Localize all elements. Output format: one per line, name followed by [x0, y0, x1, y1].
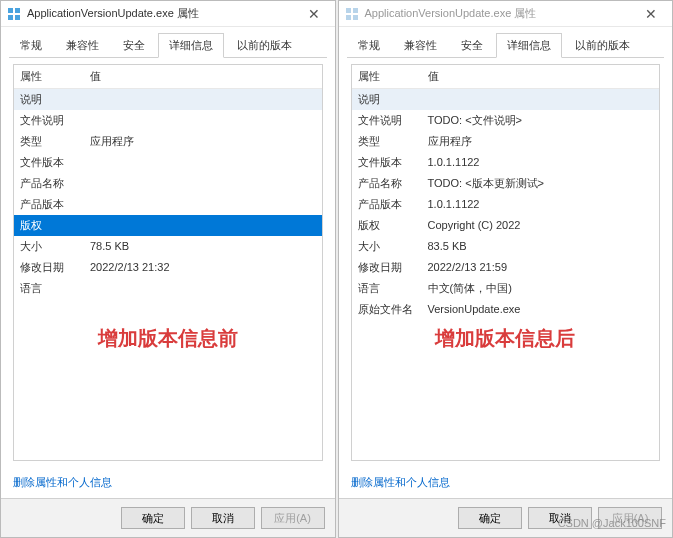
list-item[interactable]: 说明 — [14, 89, 322, 110]
property-value — [90, 154, 316, 171]
properties-list: 属性 值 说明文件说明类型应用程序文件版本产品名称产品版本版权大小78.5 KB… — [13, 64, 323, 461]
svg-rect-2 — [8, 15, 13, 20]
property-name: 产品版本 — [358, 196, 428, 213]
property-value — [428, 91, 654, 108]
list-item[interactable]: 文件版本 — [14, 152, 322, 173]
app-icon — [7, 7, 21, 21]
properties-dialog-left: ApplicationVersionUpdate.exe 属性 ✕ 常规 兼容性… — [0, 0, 336, 538]
property-name: 说明 — [358, 91, 428, 108]
remove-properties-link[interactable]: 删除属性和个人信息 — [351, 475, 661, 490]
window-title: ApplicationVersionUpdate.exe 属性 — [365, 6, 637, 21]
tab-content: 属性 值 说明文件说明类型应用程序文件版本产品名称产品版本版权大小78.5 KB… — [13, 64, 323, 461]
property-name: 版权 — [20, 217, 90, 234]
property-name: 修改日期 — [358, 259, 428, 276]
property-name: 原始文件名 — [358, 301, 428, 318]
list-item[interactable]: 文件说明TODO: <文件说明> — [352, 110, 660, 131]
cancel-button[interactable]: 取消 — [191, 507, 255, 529]
caption-after: 增加版本信息后 — [352, 325, 660, 352]
property-value: 2022/2/13 21:59 — [428, 259, 654, 276]
header-value: 值 — [90, 69, 316, 84]
ok-button[interactable]: 确定 — [121, 507, 185, 529]
list-item[interactable]: 说明 — [352, 89, 660, 110]
property-value: 中文(简体，中国) — [428, 280, 654, 297]
tab-security[interactable]: 安全 — [450, 33, 494, 58]
property-value: 应用程序 — [428, 133, 654, 150]
svg-rect-7 — [353, 15, 358, 20]
list-item[interactable]: 产品名称 — [14, 173, 322, 194]
property-value: TODO: <版本更新测试> — [428, 175, 654, 192]
ok-button[interactable]: 确定 — [458, 507, 522, 529]
list-item[interactable]: 类型应用程序 — [14, 131, 322, 152]
tab-previous-versions[interactable]: 以前的版本 — [226, 33, 303, 58]
property-name: 类型 — [20, 133, 90, 150]
list-item[interactable]: 语言 — [14, 278, 322, 299]
close-icon[interactable]: ✕ — [636, 6, 666, 22]
list-item[interactable]: 修改日期2022/2/13 21:32 — [14, 257, 322, 278]
button-bar: 确定 取消 应用(A) — [339, 498, 673, 537]
property-value: Copyright (C) 2022 — [428, 217, 654, 234]
property-value: 1.0.1.1122 — [428, 196, 654, 213]
button-bar: 确定 取消 应用(A) — [1, 498, 335, 537]
tab-compatibility[interactable]: 兼容性 — [393, 33, 448, 58]
property-value: 应用程序 — [90, 133, 316, 150]
svg-rect-3 — [15, 15, 20, 20]
property-value: 2022/2/13 21:32 — [90, 259, 316, 276]
tab-details[interactable]: 详细信息 — [496, 33, 562, 58]
list-item[interactable]: 产品版本1.0.1.1122 — [352, 194, 660, 215]
property-value — [90, 175, 316, 192]
list-item[interactable]: 语言中文(简体，中国) — [352, 278, 660, 299]
list-item[interactable]: 原始文件名VersionUpdate.exe — [352, 299, 660, 320]
apply-button[interactable]: 应用(A) — [261, 507, 325, 529]
list-item[interactable]: 大小78.5 KB — [14, 236, 322, 257]
header-value: 值 — [428, 69, 654, 84]
list-rows: 说明文件说明类型应用程序文件版本产品名称产品版本版权大小78.5 KB修改日期2… — [14, 89, 322, 299]
list-item[interactable]: 大小83.5 KB — [352, 236, 660, 257]
list-item[interactable]: 版权 — [14, 215, 322, 236]
window-title: ApplicationVersionUpdate.exe 属性 — [27, 6, 299, 21]
tab-previous-versions[interactable]: 以前的版本 — [564, 33, 641, 58]
svg-rect-5 — [353, 8, 358, 13]
list-header: 属性 值 — [352, 65, 660, 89]
titlebar: ApplicationVersionUpdate.exe 属性 ✕ — [339, 1, 673, 27]
property-name: 说明 — [20, 91, 90, 108]
property-value — [90, 217, 316, 234]
property-name: 修改日期 — [20, 259, 90, 276]
svg-rect-1 — [15, 8, 20, 13]
property-name: 大小 — [20, 238, 90, 255]
property-value — [90, 196, 316, 213]
property-name: 语言 — [20, 280, 90, 297]
list-item[interactable]: 版权Copyright (C) 2022 — [352, 215, 660, 236]
list-rows: 说明文件说明TODO: <文件说明>类型应用程序文件版本1.0.1.1122产品… — [352, 89, 660, 320]
property-name: 大小 — [358, 238, 428, 255]
svg-rect-4 — [346, 8, 351, 13]
list-item[interactable]: 产品名称TODO: <版本更新测试> — [352, 173, 660, 194]
svg-rect-6 — [346, 15, 351, 20]
property-name: 版权 — [358, 217, 428, 234]
tab-compatibility[interactable]: 兼容性 — [55, 33, 110, 58]
remove-properties-link[interactable]: 删除属性和个人信息 — [13, 475, 323, 490]
property-name: 文件说明 — [20, 112, 90, 129]
apply-button[interactable]: 应用(A) — [598, 507, 662, 529]
tabs: 常规 兼容性 安全 详细信息 以前的版本 — [347, 33, 665, 58]
properties-dialog-right: ApplicationVersionUpdate.exe 属性 ✕ 常规 兼容性… — [338, 0, 674, 538]
tab-general[interactable]: 常规 — [347, 33, 391, 58]
list-item[interactable]: 文件版本1.0.1.1122 — [352, 152, 660, 173]
property-name: 产品版本 — [20, 196, 90, 213]
list-item[interactable]: 文件说明 — [14, 110, 322, 131]
tabs: 常规 兼容性 安全 详细信息 以前的版本 — [9, 33, 327, 58]
list-item[interactable]: 类型应用程序 — [352, 131, 660, 152]
close-icon[interactable]: ✕ — [299, 6, 329, 22]
tab-general[interactable]: 常规 — [9, 33, 53, 58]
property-value: TODO: <文件说明> — [428, 112, 654, 129]
list-item[interactable]: 修改日期2022/2/13 21:59 — [352, 257, 660, 278]
tab-content: 属性 值 说明文件说明TODO: <文件说明>类型应用程序文件版本1.0.1.1… — [351, 64, 661, 461]
cancel-button[interactable]: 取消 — [528, 507, 592, 529]
tab-details[interactable]: 详细信息 — [158, 33, 224, 58]
property-name: 语言 — [358, 280, 428, 297]
property-value: 78.5 KB — [90, 238, 316, 255]
property-value — [90, 112, 316, 129]
tab-security[interactable]: 安全 — [112, 33, 156, 58]
property-value: 83.5 KB — [428, 238, 654, 255]
caption-before: 增加版本信息前 — [14, 325, 322, 352]
list-item[interactable]: 产品版本 — [14, 194, 322, 215]
